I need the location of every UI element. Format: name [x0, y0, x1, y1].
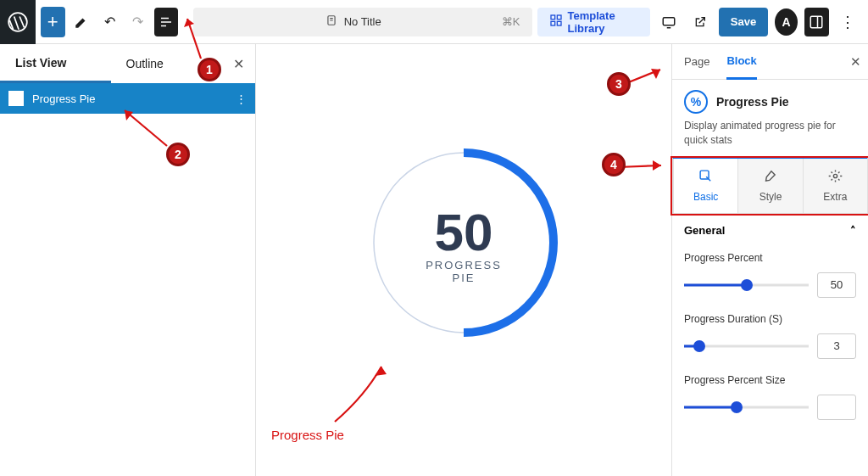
settings-tab-extra[interactable]: Extra [803, 159, 867, 213]
svg-marker-15 [651, 69, 660, 79]
sidebar-close[interactable]: ✕ [850, 54, 861, 70]
list-item-label: Progress Pie [32, 92, 95, 105]
progress-duration-input[interactable]: 3 [817, 333, 856, 359]
annotation-badge-2: 2 [166, 143, 190, 166]
page-icon [326, 14, 337, 29]
progress-percent-input[interactable]: 50 [817, 272, 856, 298]
list-view-panel: List View Outline ✕ Progress Pie ⋮ [0, 44, 256, 476]
block-type-title: Progress Pie [716, 95, 789, 109]
annotation-arrow-pie [331, 362, 432, 430]
field-label-duration: Progress Duration (S) [684, 313, 856, 325]
annotation-badge-1: 1 [198, 58, 221, 81]
document-title: No Title [344, 15, 381, 28]
annotation-badge-4: 4 [602, 153, 626, 176]
list-item-progress-pie[interactable]: Progress Pie ⋮ [0, 83, 255, 114]
template-icon [549, 14, 563, 30]
svg-rect-6 [663, 17, 675, 25]
tab-block[interactable]: Block [726, 44, 756, 80]
tab-page[interactable]: Page [684, 44, 709, 80]
add-block-button[interactable]: + [41, 7, 65, 37]
annotation-label-pie: Progress Pie [271, 428, 344, 442]
edit-tool-button[interactable] [70, 8, 93, 36]
settings-tab-style[interactable]: Style [737, 159, 802, 213]
gear-icon [828, 169, 843, 188]
list-view-close[interactable]: ✕ [221, 56, 255, 72]
settings-tab-basic[interactable]: Basic [673, 159, 737, 213]
svg-rect-4 [551, 21, 555, 25]
block-type-description: Display animated progress pie for quick … [684, 119, 856, 148]
device-preview-button[interactable] [657, 8, 681, 36]
progress-percent-value: 50 [415, 202, 513, 262]
progress-pie-block[interactable]: 50 PROGRESS PIE [366, 145, 561, 340]
field-label-percent: Progress Percent [684, 252, 856, 264]
more-options-button[interactable]: ⋮ [836, 8, 860, 36]
block-type-icon: % [684, 90, 708, 114]
external-preview-button[interactable] [687, 8, 711, 36]
progress-percent-slider[interactable] [684, 278, 809, 292]
document-title-bar[interactable]: No Title ⌘K [193, 8, 532, 36]
shortcut-hint: ⌘K [502, 15, 520, 28]
settings-sidebar: Page Block ✕ % Progress Pie Display anim… [671, 44, 868, 476]
progress-pie-label: PROGRESS PIE [415, 259, 513, 284]
field-label-size: Progress Percent Size [684, 374, 856, 386]
block-placeholder-icon [8, 91, 24, 106]
editor-canvas[interactable]: 50 PROGRESS PIE 1 2 Progress Pie 3 4 [256, 44, 671, 476]
list-item-more-icon[interactable]: ⋮ [236, 92, 247, 105]
svg-rect-5 [557, 21, 561, 25]
svg-point-19 [833, 174, 837, 177]
block-settings-tabs: Basic Style Extra [672, 156, 868, 214]
cursor-icon [698, 169, 713, 188]
astra-button[interactable]: A [775, 8, 798, 36]
progress-size-slider[interactable] [684, 400, 809, 414]
svg-marker-17 [653, 160, 661, 171]
section-general-toggle[interactable]: General ˄ [684, 224, 856, 237]
save-button[interactable]: Save [719, 8, 768, 36]
tab-list-view[interactable]: List View [0, 44, 111, 83]
chevron-up-icon: ˄ [850, 224, 856, 237]
svg-rect-3 [557, 15, 561, 20]
progress-size-input[interactable] [817, 395, 856, 420]
annotation-badge-3: 3 [607, 72, 631, 96]
progress-duration-slider[interactable] [684, 339, 809, 353]
svg-marker-13 [375, 367, 387, 376]
svg-rect-2 [551, 15, 555, 20]
redo-button[interactable]: ↷ [126, 8, 149, 36]
template-library-button[interactable]: Template Library [537, 8, 650, 36]
undo-button[interactable]: ↶ [98, 8, 121, 36]
svg-rect-7 [811, 16, 823, 28]
wordpress-logo[interactable] [0, 0, 36, 44]
settings-sidebar-toggle[interactable] [804, 8, 828, 36]
listview-toggle-button[interactable] [154, 8, 177, 36]
brush-icon [763, 169, 777, 188]
